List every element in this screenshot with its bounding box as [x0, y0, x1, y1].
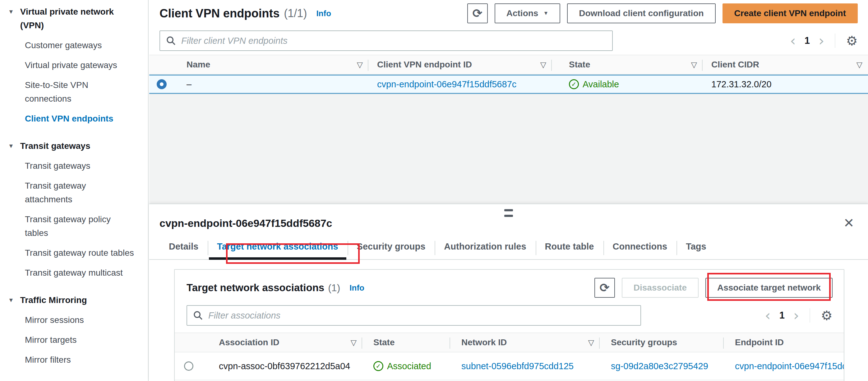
chevron-right-icon[interactable]: › — [818, 34, 824, 48]
endpoint-table-row[interactable]: – cvpn-endpoint-06e947f15ddf5687c ✓ Avai… — [149, 74, 868, 94]
association-id-cell: cvpn-assoc-0bf639762212d5a04 — [203, 352, 362, 380]
column-name-label: Name — [187, 60, 210, 70]
state-label: Available — [583, 79, 619, 90]
endpoints-filter-input[interactable] — [181, 36, 607, 46]
sidebar-item-virtual-private-gateways[interactable]: Virtual private gateways — [25, 58, 135, 72]
sidebar-item-mirror-sessions[interactable]: Mirror sessions — [25, 313, 135, 327]
sidebar-item-transit-gateway-policy-tables[interactable]: Transit gateway policy tables — [25, 213, 135, 240]
chevron-left-icon[interactable]: ‹ — [765, 308, 770, 323]
sidebar-item-transit-gateways[interactable]: Transit gateways — [25, 159, 135, 173]
chevron-right-icon[interactable]: › — [794, 308, 799, 323]
column-network-id: Network ID ▽ — [450, 333, 600, 352]
tab-target-network-associations[interactable]: Target network associations — [208, 239, 347, 259]
sidebar-section-transit-header[interactable]: ▼ Transit gateways — [8, 139, 135, 153]
sidebar-item-site-to-site-vpn[interactable]: Site-to-Site VPN connections — [25, 78, 135, 106]
info-link[interactable]: Info — [349, 283, 364, 293]
associate-target-network-button[interactable]: Associate target network — [705, 278, 833, 298]
row-select-cell — [175, 352, 203, 380]
client-vpn-endpoints-list: Client VPN endpoints (1/1) Info ⟳ Action… — [149, 0, 868, 203]
actions-button-label: Actions — [506, 8, 538, 18]
chevron-left-icon[interactable]: ‹ — [790, 34, 796, 48]
column-name: Name ▽ — [174, 55, 368, 74]
sidebar-section-traffic-header[interactable]: ▼ Traffic Mirroring — [8, 293, 135, 307]
associations-count: (1) — [328, 282, 340, 294]
page-number[interactable]: 1 — [779, 310, 785, 321]
sidebar-item-transit-gateway-multicast[interactable]: Transit gateway multicast — [25, 266, 135, 280]
detail-panel-title: cvpn-endpoint-06e947f15ddf5687c — [159, 217, 332, 229]
tab-security-groups[interactable]: Security groups — [348, 239, 435, 259]
tab-route-table[interactable]: Route table — [536, 239, 603, 259]
radio-selected[interactable] — [157, 79, 167, 89]
tab-authorization-rules[interactable]: Authorization rules — [435, 239, 535, 259]
info-link[interactable]: Info — [316, 9, 331, 18]
sidebar-item-mirror-targets[interactable]: Mirror targets — [25, 333, 135, 347]
column-security-groups-label: Security groups — [611, 338, 677, 347]
association-table-row[interactable]: cvpn-assoc-0bf639762212d5a04 ✓ Associate… — [175, 352, 844, 380]
status-badge: ✓ Associated — [373, 361, 431, 371]
sidebar-item-mirror-filters[interactable]: Mirror filters — [25, 353, 135, 367]
check-circle-icon: ✓ — [569, 79, 579, 89]
associations-filter-row: ‹ 1 › ⚙ — [175, 301, 844, 332]
sort-icon[interactable]: ▽ — [857, 60, 868, 69]
create-button-label: Create client VPN endpoint — [734, 8, 846, 18]
gear-icon[interactable]: ⚙ — [846, 33, 858, 49]
page-number[interactable]: 1 — [805, 35, 810, 46]
empty-scroll-area — [149, 94, 868, 203]
close-icon[interactable]: ✕ — [843, 217, 854, 230]
download-client-configuration-button[interactable]: Download client configuration — [567, 3, 715, 23]
associations-card-header: Target network associations (1) Info ⟳ D… — [175, 270, 844, 301]
split-panel-drag-handle-icon[interactable] — [504, 209, 513, 217]
tab-connections[interactable]: Connections — [603, 239, 677, 259]
gear-icon[interactable]: ⚙ — [821, 308, 833, 323]
column-network-id-label: Network ID — [461, 338, 507, 347]
page-header: Client VPN endpoints (1/1) Info ⟳ Action… — [149, 0, 868, 27]
state-cell: ✓ Associated — [362, 352, 450, 380]
refresh-icon: ⟳ — [600, 281, 610, 295]
radio-unselected[interactable] — [184, 361, 193, 371]
associations-table-header: Association ID ▽ State Network ID ▽ Secu… — [175, 332, 844, 352]
refresh-button[interactable]: ⟳ — [594, 278, 615, 298]
associate-button-wrapper: Associate target network — [705, 278, 833, 298]
refresh-button[interactable]: ⟳ — [467, 3, 488, 23]
name-cell: – — [174, 75, 368, 93]
security-group-link[interactable]: sg-09d2a80e3c2795429 — [611, 361, 708, 371]
pagination-divider — [835, 34, 835, 48]
sidebar-item-client-vpn-endpoints[interactable]: Client VPN endpoints — [25, 112, 135, 126]
sidebar-item-transit-gateway-route-tables[interactable]: Transit gateway route tables — [25, 246, 135, 260]
disassociate-button[interactable]: Disassociate — [622, 278, 699, 298]
sidebar-section-vpn-header[interactable]: ▼ Virtual private network (VPN) — [8, 5, 135, 32]
detail-tabs: Details Target network associations Secu… — [149, 239, 868, 260]
column-security-groups: Security groups — [600, 333, 724, 352]
create-client-vpn-endpoint-button[interactable]: Create client VPN endpoint — [722, 3, 858, 23]
tab-tags[interactable]: Tags — [677, 239, 716, 259]
sort-icon[interactable]: ▽ — [357, 60, 368, 69]
column-endpoint-id-label: Client VPN endpoint ID — [377, 60, 472, 70]
associations-buttons: ⟳ Disassociate Associate target network — [594, 278, 833, 298]
detail-panel-header: cvpn-endpoint-06e947f15ddf5687c ✕ — [149, 204, 868, 230]
network-id-link[interactable]: subnet-0596ebfd975cdd125 — [461, 361, 574, 371]
endpoints-filter-box — [159, 30, 613, 51]
search-icon — [166, 35, 176, 46]
associations-filter-box — [187, 305, 641, 326]
tab-details[interactable]: Details — [159, 239, 208, 259]
header-buttons: ⟳ Actions ▼ Download client configuratio… — [467, 3, 858, 23]
sidebar-item-customer-gateways[interactable]: Customer gateways — [25, 38, 135, 52]
sidebar-item-transit-gateway-attachments[interactable]: Transit gateway attachments — [25, 179, 135, 207]
endpoint-id-link[interactable]: cvpn-endpoint-06e947f15ddf5687c — [377, 79, 516, 90]
search-icon — [193, 310, 203, 321]
sidebar-section-vpn: ▼ Virtual private network (VPN) Customer… — [8, 5, 142, 126]
disassociate-button-label: Disassociate — [633, 283, 687, 293]
endpoint-detail-panel: cvpn-endpoint-06e947f15ddf5687c ✕ Detail… — [149, 203, 868, 381]
target-network-associations-card: Target network associations (1) Info ⟳ D… — [174, 269, 844, 381]
actions-button[interactable]: Actions ▼ — [495, 3, 561, 23]
endpoint-id-cell: cvpn-endpoint-06e947f15ddf5687c — [368, 75, 552, 93]
associations-filter-input[interactable] — [208, 311, 635, 321]
triangle-down-icon: ▼ — [8, 293, 14, 307]
endpoint-id-link[interactable]: cvpn-endpoint-06e947f15dd — [735, 361, 844, 371]
sort-icon[interactable]: ▽ — [540, 60, 552, 69]
status-badge: ✓ Available — [569, 79, 619, 90]
sidebar-section-title: Virtual private network (VPN) — [20, 5, 135, 32]
sort-icon[interactable]: ▽ — [691, 60, 703, 69]
sort-icon[interactable]: ▽ — [351, 338, 362, 347]
sort-icon[interactable]: ▽ — [588, 338, 600, 347]
